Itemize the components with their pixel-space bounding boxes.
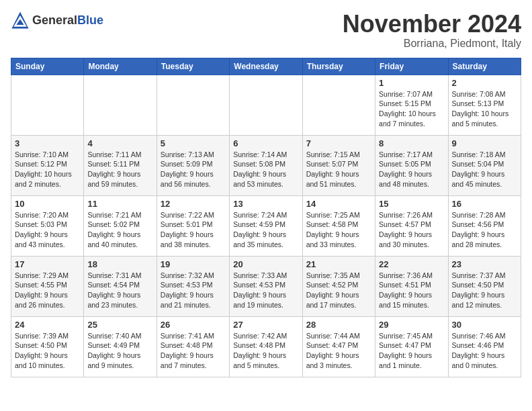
day-info: Sunrise: 7:36 AM Sunset: 4:51 PM Dayligh… — [379, 271, 444, 310]
day-info: Sunrise: 7:11 AM Sunset: 5:11 PM Dayligh… — [87, 150, 152, 189]
day-number: 13 — [233, 199, 298, 209]
day-number: 12 — [161, 199, 226, 209]
col-tuesday: Tuesday — [157, 58, 229, 75]
logo: GeneralBlue — [11, 11, 103, 30]
day-number: 30 — [452, 320, 517, 330]
day-number: 25 — [87, 320, 152, 330]
calendar-cell: 7Sunrise: 7:15 AM Sunset: 5:07 PM Daylig… — [302, 135, 375, 195]
calendar-cell — [157, 75, 229, 135]
calendar-cell: 14Sunrise: 7:25 AM Sunset: 4:58 PM Dayli… — [302, 195, 375, 256]
calendar-week-3: 10Sunrise: 7:20 AM Sunset: 5:03 PM Dayli… — [11, 195, 521, 256]
calendar-cell: 19Sunrise: 7:32 AM Sunset: 4:53 PM Dayli… — [157, 256, 229, 316]
day-number: 28 — [306, 320, 371, 330]
day-number: 1 — [379, 78, 444, 88]
calendar-cell: 13Sunrise: 7:24 AM Sunset: 4:59 PM Dayli… — [230, 195, 302, 256]
day-number: 14 — [306, 199, 371, 209]
page-header: GeneralBlue November 2024 Borriana, Pied… — [11, 11, 521, 50]
day-info: Sunrise: 7:24 AM Sunset: 4:59 PM Dayligh… — [233, 210, 298, 250]
day-info: Sunrise: 7:37 AM Sunset: 4:50 PM Dayligh… — [452, 271, 517, 310]
calendar-cell: 9Sunrise: 7:18 AM Sunset: 5:04 PM Daylig… — [448, 135, 521, 195]
calendar-cell: 24Sunrise: 7:39 AM Sunset: 4:50 PM Dayli… — [11, 316, 84, 377]
day-number: 10 — [15, 199, 80, 209]
day-number: 16 — [452, 199, 517, 209]
col-sunday: Sunday — [11, 58, 84, 75]
title-block: November 2024 Borriana, Piedmont, Italy — [343, 11, 521, 50]
day-info: Sunrise: 7:44 AM Sunset: 4:47 PM Dayligh… — [306, 331, 371, 371]
calendar-week-4: 17Sunrise: 7:29 AM Sunset: 4:55 PM Dayli… — [11, 256, 521, 316]
calendar-cell: 12Sunrise: 7:22 AM Sunset: 5:01 PM Dayli… — [157, 195, 229, 256]
calendar-cell — [230, 75, 302, 135]
day-number: 9 — [452, 138, 517, 148]
calendar-week-5: 24Sunrise: 7:39 AM Sunset: 4:50 PM Dayli… — [11, 316, 521, 377]
col-monday: Monday — [84, 58, 157, 75]
day-info: Sunrise: 7:07 AM Sunset: 5:15 PM Dayligh… — [379, 89, 444, 129]
calendar-cell: 26Sunrise: 7:41 AM Sunset: 4:48 PM Dayli… — [157, 316, 229, 377]
calendar-week-2: 3Sunrise: 7:10 AM Sunset: 5:12 PM Daylig… — [11, 135, 521, 195]
day-info: Sunrise: 7:41 AM Sunset: 4:48 PM Dayligh… — [161, 331, 226, 371]
day-info: Sunrise: 7:10 AM Sunset: 5:12 PM Dayligh… — [15, 150, 80, 189]
day-info: Sunrise: 7:32 AM Sunset: 4:53 PM Dayligh… — [161, 271, 226, 310]
day-info: Sunrise: 7:08 AM Sunset: 5:13 PM Dayligh… — [452, 89, 517, 129]
day-number: 7 — [306, 138, 371, 148]
day-info: Sunrise: 7:20 AM Sunset: 5:03 PM Dayligh… — [15, 210, 80, 250]
day-info: Sunrise: 7:35 AM Sunset: 4:52 PM Dayligh… — [306, 271, 371, 310]
day-number: 17 — [15, 259, 80, 269]
month-title: November 2024 — [343, 11, 521, 38]
calendar-body: 1Sunrise: 7:07 AM Sunset: 5:15 PM Daylig… — [11, 75, 521, 377]
calendar-cell: 11Sunrise: 7:21 AM Sunset: 5:02 PM Dayli… — [84, 195, 157, 256]
day-number: 19 — [161, 259, 226, 269]
calendar-week-1: 1Sunrise: 7:07 AM Sunset: 5:15 PM Daylig… — [11, 75, 521, 135]
header-row: Sunday Monday Tuesday Wednesday Thursday… — [11, 58, 521, 75]
calendar-cell: 17Sunrise: 7:29 AM Sunset: 4:55 PM Dayli… — [11, 256, 84, 316]
day-info: Sunrise: 7:13 AM Sunset: 5:09 PM Dayligh… — [161, 150, 226, 189]
calendar-cell: 6Sunrise: 7:14 AM Sunset: 5:08 PM Daylig… — [230, 135, 302, 195]
calendar-cell: 2Sunrise: 7:08 AM Sunset: 5:13 PM Daylig… — [448, 75, 521, 135]
day-number: 11 — [87, 199, 152, 209]
col-thursday: Thursday — [302, 58, 375, 75]
day-number: 27 — [233, 320, 298, 330]
calendar-cell: 29Sunrise: 7:45 AM Sunset: 4:47 PM Dayli… — [375, 316, 448, 377]
calendar-header: Sunday Monday Tuesday Wednesday Thursday… — [11, 58, 521, 75]
calendar-cell: 30Sunrise: 7:46 AM Sunset: 4:46 PM Dayli… — [448, 316, 521, 377]
calendar-cell: 21Sunrise: 7:35 AM Sunset: 4:52 PM Dayli… — [302, 256, 375, 316]
day-info: Sunrise: 7:25 AM Sunset: 4:58 PM Dayligh… — [306, 210, 371, 250]
day-number: 15 — [379, 199, 444, 209]
day-info: Sunrise: 7:39 AM Sunset: 4:50 PM Dayligh… — [15, 331, 80, 371]
day-info: Sunrise: 7:22 AM Sunset: 5:01 PM Dayligh… — [161, 210, 226, 250]
day-info: Sunrise: 7:28 AM Sunset: 4:56 PM Dayligh… — [452, 210, 517, 250]
day-number: 5 — [161, 138, 226, 148]
day-number: 23 — [452, 259, 517, 269]
calendar-cell: 4Sunrise: 7:11 AM Sunset: 5:11 PM Daylig… — [84, 135, 157, 195]
calendar-cell: 10Sunrise: 7:20 AM Sunset: 5:03 PM Dayli… — [11, 195, 84, 256]
day-number: 21 — [306, 259, 371, 269]
day-number: 6 — [233, 138, 298, 148]
logo-icon — [11, 11, 30, 30]
day-number: 24 — [15, 320, 80, 330]
day-info: Sunrise: 7:15 AM Sunset: 5:07 PM Dayligh… — [306, 150, 371, 189]
day-info: Sunrise: 7:29 AM Sunset: 4:55 PM Dayligh… — [15, 271, 80, 310]
day-number: 26 — [161, 320, 226, 330]
calendar-cell: 18Sunrise: 7:31 AM Sunset: 4:54 PM Dayli… — [84, 256, 157, 316]
day-info: Sunrise: 7:21 AM Sunset: 5:02 PM Dayligh… — [87, 210, 152, 250]
day-info: Sunrise: 7:40 AM Sunset: 4:49 PM Dayligh… — [87, 331, 152, 371]
calendar-cell: 5Sunrise: 7:13 AM Sunset: 5:09 PM Daylig… — [157, 135, 229, 195]
day-info: Sunrise: 7:45 AM Sunset: 4:47 PM Dayligh… — [379, 331, 444, 371]
day-info: Sunrise: 7:17 AM Sunset: 5:05 PM Dayligh… — [379, 150, 444, 189]
calendar-cell: 20Sunrise: 7:33 AM Sunset: 4:53 PM Dayli… — [230, 256, 302, 316]
calendar-cell: 15Sunrise: 7:26 AM Sunset: 4:57 PM Dayli… — [375, 195, 448, 256]
day-number: 2 — [452, 78, 517, 88]
calendar-cell — [302, 75, 375, 135]
day-info: Sunrise: 7:18 AM Sunset: 5:04 PM Dayligh… — [452, 150, 517, 189]
calendar-cell: 27Sunrise: 7:42 AM Sunset: 4:48 PM Dayli… — [230, 316, 302, 377]
calendar-cell: 22Sunrise: 7:36 AM Sunset: 4:51 PM Dayli… — [375, 256, 448, 316]
logo-general: General — [32, 13, 77, 27]
day-number: 3 — [15, 138, 80, 148]
day-info: Sunrise: 7:42 AM Sunset: 4:48 PM Dayligh… — [233, 331, 298, 371]
calendar-cell: 25Sunrise: 7:40 AM Sunset: 4:49 PM Dayli… — [84, 316, 157, 377]
col-saturday: Saturday — [448, 58, 521, 75]
calendar-cell: 1Sunrise: 7:07 AM Sunset: 5:15 PM Daylig… — [375, 75, 448, 135]
calendar-cell: 3Sunrise: 7:10 AM Sunset: 5:12 PM Daylig… — [11, 135, 84, 195]
calendar-cell: 28Sunrise: 7:44 AM Sunset: 4:47 PM Dayli… — [302, 316, 375, 377]
day-info: Sunrise: 7:33 AM Sunset: 4:53 PM Dayligh… — [233, 271, 298, 310]
day-number: 18 — [87, 259, 152, 269]
